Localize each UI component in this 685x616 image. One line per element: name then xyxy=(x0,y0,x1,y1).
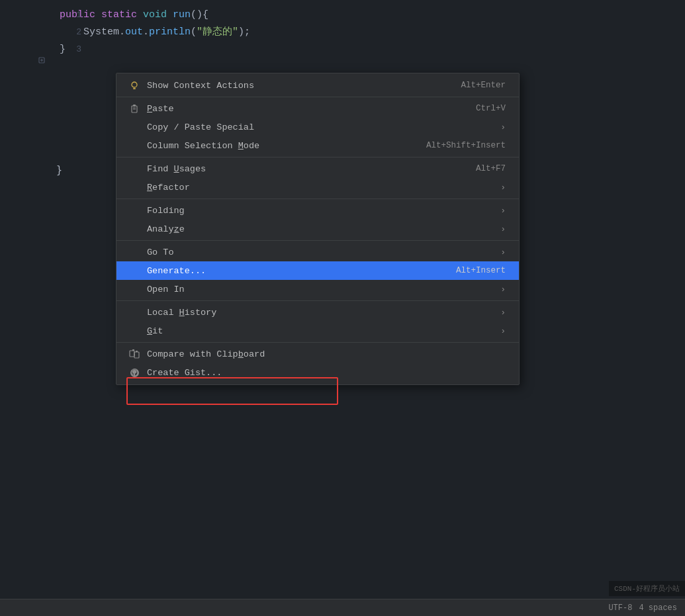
context-menu: Show Context Actions Alt+Enter Paste Ctr… xyxy=(116,73,520,385)
menu-item-paste[interactable]: Paste Ctrl+V xyxy=(116,99,519,118)
menu-item-find-usages[interactable]: Find Usages Alt+F7 xyxy=(116,159,519,178)
svg-rect-12 xyxy=(134,352,139,358)
submenu-arrow: › xyxy=(500,224,506,234)
svg-rect-13 xyxy=(136,351,138,352)
menu-item-label: Git xyxy=(147,326,500,336)
line-number: 2 xyxy=(53,24,89,41)
menu-item-go-to[interactable]: Go To › xyxy=(116,243,519,261)
menu-item-label: Show Context Actions xyxy=(147,81,441,91)
menu-item-label: Local History xyxy=(147,308,500,318)
menu-item-column-selection[interactable]: Column Selection Mode Alt+Shift+Insert xyxy=(116,136,519,155)
menu-item-label: Compare with Clipboard xyxy=(147,349,506,359)
menu-separator xyxy=(116,198,519,199)
menu-item-label: Refactor xyxy=(147,183,500,193)
code-editor: 1 public static void run (){ 2 System. o… xyxy=(0,0,685,79)
compare-clipboard-icon xyxy=(127,349,142,359)
menu-item-label: Generate... xyxy=(147,266,436,276)
menu-item-copy-paste-special[interactable]: Copy / Paste Special › xyxy=(116,118,519,136)
menu-item-refactor[interactable]: Refactor › xyxy=(116,178,519,197)
menu-item-label: Find Usages xyxy=(147,164,456,174)
menu-item-compare-clipboard[interactable]: Compare with Clipboard xyxy=(116,345,519,363)
menu-item-shortcut: Alt+Enter xyxy=(441,81,506,90)
github-icon xyxy=(127,368,142,378)
status-bar: UTF-8 4 spaces xyxy=(0,599,685,616)
menu-item-label: Column Selection Mode xyxy=(147,141,406,151)
gutter-fold-icon[interactable] xyxy=(37,56,46,65)
closing-brace: } xyxy=(56,164,62,176)
menu-item-local-history[interactable]: Local History › xyxy=(116,303,519,322)
submenu-arrow: › xyxy=(500,206,506,216)
submenu-arrow: › xyxy=(500,308,506,318)
menu-separator xyxy=(116,300,519,301)
menu-item-label: Paste xyxy=(147,104,456,114)
menu-item-analyze[interactable]: Analyze › xyxy=(116,220,519,238)
menu-item-label: Copy / Paste Special xyxy=(147,122,500,132)
submenu-arrow: › xyxy=(500,122,506,132)
svg-rect-10 xyxy=(130,351,134,357)
menu-item-label: Create Gist... xyxy=(147,368,506,378)
menu-separator xyxy=(116,157,519,157)
menu-separator xyxy=(116,97,519,97)
menu-item-show-context-actions[interactable]: Show Context Actions Alt+Enter xyxy=(116,76,519,95)
submenu-arrow: › xyxy=(500,247,506,257)
menu-item-folding[interactable]: Folding › xyxy=(116,201,519,220)
menu-item-git[interactable]: Git › xyxy=(116,322,519,340)
menu-separator xyxy=(116,342,519,343)
line-number: 3 xyxy=(53,41,89,58)
svg-point-3 xyxy=(132,82,137,87)
menu-item-label: Go To xyxy=(147,247,500,257)
paste-icon xyxy=(127,104,142,113)
menu-separator xyxy=(116,240,519,241)
bulb-icon xyxy=(127,81,142,90)
watermark-text: CSDN-好程序员小站 xyxy=(609,581,685,596)
menu-item-label: Open In xyxy=(147,285,500,294)
menu-item-open-in[interactable]: Open In › xyxy=(116,280,519,298)
submenu-arrow: › xyxy=(500,326,506,336)
svg-rect-11 xyxy=(132,349,134,351)
menu-item-label: Analyze xyxy=(147,224,500,234)
menu-item-create-gist[interactable]: Create Gist... xyxy=(116,363,519,382)
line-number: 1 xyxy=(53,7,89,24)
menu-item-generate[interactable]: Generate... Alt+Insert xyxy=(116,261,519,280)
status-encoding: UTF-8 xyxy=(608,603,632,613)
svg-rect-7 xyxy=(133,105,136,107)
status-indent: 4 spaces xyxy=(639,603,677,613)
submenu-arrow: › xyxy=(500,183,506,193)
menu-item-shortcut: Alt+F7 xyxy=(456,164,506,173)
menu-item-shortcut: Alt+Insert xyxy=(436,266,506,275)
menu-item-shortcut: Ctrl+V xyxy=(456,104,506,113)
menu-item-shortcut: Alt+Shift+Insert xyxy=(406,141,506,150)
submenu-arrow: › xyxy=(500,285,506,294)
menu-item-label: Folding xyxy=(147,206,500,216)
